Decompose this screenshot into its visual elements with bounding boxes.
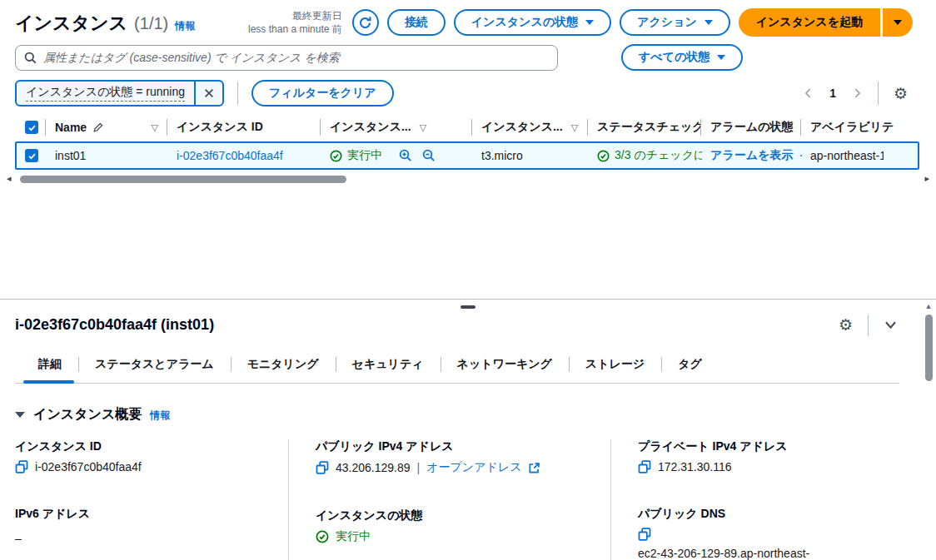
next-page-button[interactable]	[848, 84, 866, 102]
edit-icon	[92, 121, 104, 133]
sort-icon[interactable]: ▽	[420, 122, 426, 133]
refresh-button[interactable]	[352, 9, 379, 36]
clear-filters-label: フィルターをクリア	[269, 86, 376, 101]
field-private-ipv4: プライベート IPv4 アドレス 172.31.30.116	[638, 439, 921, 473]
instance-type-value: t3.micro	[481, 149, 523, 162]
launch-instance-button[interactable]: インスタンスを起動	[739, 8, 880, 37]
zoom-in-icon[interactable]	[399, 149, 412, 162]
all-states-label: すべての状態	[639, 50, 709, 65]
instance-state-value: 実行中	[336, 529, 371, 544]
header-cell-instance-type[interactable]: インスタンス... ▽	[471, 113, 587, 141]
table-header-row: Name ▽ インスタンス ID インスタンス... ▽ インスタンス... ▽…	[15, 113, 919, 141]
check-circle-icon	[316, 530, 329, 543]
col-instance-id-label: インスタンス ID	[177, 120, 263, 135]
zoom-out-icon[interactable]	[422, 149, 436, 162]
gear-icon: ⚙	[894, 86, 908, 102]
collapse-caret-icon[interactable]	[15, 412, 25, 418]
title-info-link[interactable]: 情報	[175, 19, 195, 33]
copy-icon[interactable]	[316, 461, 329, 474]
pagination: 1 ⚙	[799, 82, 911, 105]
current-page-number[interactable]: 1	[821, 87, 844, 100]
table-settings-button[interactable]: ⚙	[890, 82, 911, 105]
actions-menu-button[interactable]: アクション	[620, 9, 730, 36]
tab-security[interactable]: セキュリティ	[336, 349, 441, 383]
instance-id-link[interactable]: i-02e3f67c0b40faa4f	[177, 149, 283, 162]
copy-icon[interactable]	[15, 460, 28, 473]
prev-page-button[interactable]	[799, 84, 818, 102]
view-alarms-label: アラームを表示	[710, 148, 793, 163]
vertical-scrollbar-thumb[interactable]	[925, 315, 933, 381]
scroll-up-arrow-icon[interactable]: ▲	[925, 303, 933, 310]
header-cell-status-check[interactable]: ステータスチェック	[587, 113, 700, 141]
row-cell-instance-state: 実行中	[321, 148, 473, 163]
row-cell-alarm-status: アラームを表示	[702, 148, 802, 163]
row-cell-name: inst01	[47, 149, 168, 162]
all-states-dropdown[interactable]: すべての状態	[621, 44, 743, 71]
col-alarm-status-label: アラームの状態	[710, 120, 793, 135]
tab-monitoring[interactable]: モニタリング	[231, 349, 336, 383]
filter-token-dismiss-button[interactable]	[194, 82, 222, 105]
filter-token-label[interactable]: インスタンスの状態 = running	[17, 82, 194, 105]
col-status-check-label: ステータスチェック	[597, 120, 700, 135]
select-all-checkbox[interactable]	[25, 121, 38, 134]
header-cell-instance-id[interactable]: インスタンス ID	[167, 113, 320, 141]
check-circle-icon	[330, 150, 342, 162]
tab-tags[interactable]: タグ	[661, 349, 719, 383]
launch-instance-caret-button[interactable]	[880, 8, 913, 37]
last-updated-label: 最終更新日	[248, 9, 342, 22]
horizontal-scrollbar-track[interactable]	[13, 175, 924, 183]
view-alarms-link[interactable]: アラームを表示	[710, 148, 802, 163]
horizontal-scrollbar-thumb[interactable]	[20, 176, 346, 183]
instances-table: Name ▽ インスタンス ID インスタンス... ▽ インスタンス... ▽…	[15, 113, 919, 170]
toolbar-actions: 最終更新日 less than a minute 前 接続 インスタンスの状態 …	[248, 8, 913, 37]
scroll-right-arrow-icon[interactable]: ▸	[923, 174, 931, 183]
field-label: インスタンスの状態	[316, 508, 610, 523]
header-cell-name[interactable]: Name ▽	[45, 113, 167, 141]
public-ipv4-value: 43.206.129.89	[336, 461, 411, 474]
open-address-link[interactable]: オープンアドレス	[426, 460, 521, 475]
last-updated: 最終更新日 less than a minute 前	[248, 9, 342, 36]
header-cell-alarm-status[interactable]: アラームの状態	[700, 113, 800, 141]
col-availability-zone-label: アベイラビリティーゾーン	[810, 120, 894, 135]
instance-summary-section-header: インスタンス概要 情報	[15, 406, 921, 424]
panel-settings-button[interactable]: ⚙	[835, 314, 856, 336]
separator: |	[417, 461, 421, 474]
launch-instance-split-button: インスタンスを起動	[739, 8, 913, 37]
instance-state-menu-button[interactable]: インスタンスの状態	[454, 9, 611, 36]
row-cell-instance-id: i-02e3f67c0b40faa4f	[168, 149, 321, 162]
tab-status-alarms[interactable]: ステータスとアラーム	[78, 349, 231, 383]
panel-tabs: 詳細 ステータスとアラーム モニタリング セキュリティ ネットワーキング ストレ…	[15, 349, 899, 384]
copy-icon[interactable]	[638, 460, 651, 473]
summary-column-1: インスタンス ID i-02e3f67c0b40faa4f IPv6 アドレス …	[15, 439, 288, 560]
actions-menu-label: アクション	[637, 15, 697, 30]
last-updated-value: less than a minute 前	[248, 22, 342, 36]
scroll-left-arrow-icon[interactable]: ◂	[5, 174, 13, 183]
instance-state-value: 実行中	[347, 148, 382, 163]
filter-token: インスタンスの状態 = running	[15, 80, 224, 107]
instance-name: inst01	[55, 149, 86, 162]
instance-summary-grid: インスタンス ID i-02e3f67c0b40faa4f IPv6 アドレス …	[15, 439, 921, 560]
header-cell-availability-zone[interactable]: アベイラビリティーゾーン	[800, 113, 919, 141]
table-row[interactable]: inst01 i-02e3f67c0b40faa4f 実行中	[15, 141, 919, 170]
tab-details[interactable]: 詳細	[15, 349, 78, 383]
connect-button[interactable]: 接続	[387, 9, 446, 36]
sort-icon[interactable]: ▽	[152, 122, 158, 133]
row-cell-availability-zone: ap-northeast-1a	[802, 149, 918, 162]
field-instance-id: インスタンス ID i-02e3f67c0b40faa4f	[15, 439, 288, 473]
row-checkbox[interactable]	[25, 149, 38, 162]
summary-info-link[interactable]: 情報	[150, 409, 170, 423]
caret-down-icon	[704, 20, 713, 25]
gear-icon: ⚙	[839, 317, 853, 333]
caret-down-icon	[585, 20, 594, 25]
search-box[interactable]	[15, 45, 558, 71]
chevron-right-icon	[851, 87, 863, 99]
copy-icon[interactable]	[638, 528, 651, 541]
sort-icon[interactable]: ▽	[571, 122, 578, 133]
tab-storage[interactable]: ストレージ	[569, 349, 661, 383]
tab-networking[interactable]: ネットワーキング	[441, 349, 569, 383]
panel-collapse-button[interactable]	[880, 315, 901, 335]
clear-filters-button[interactable]: フィルターをクリア	[251, 80, 394, 107]
header-cell-instance-state[interactable]: インスタンス... ▽	[320, 113, 471, 141]
search-input[interactable]	[43, 51, 549, 64]
empty-area	[0, 185, 936, 299]
